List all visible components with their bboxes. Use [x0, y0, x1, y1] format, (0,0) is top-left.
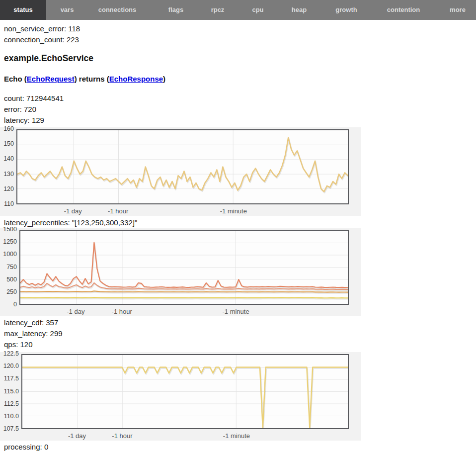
metric-max-latency: max_latency299	[4, 328, 476, 339]
y-tick-label: 120	[3, 185, 14, 192]
metric-value: 720	[24, 105, 36, 113]
echo-response-link[interactable]: EchoResponse	[109, 75, 163, 83]
plot-area	[19, 230, 349, 305]
y-axis: 110120130140150160	[0, 127, 16, 206]
y-tick-label: 122.5	[3, 350, 19, 357]
metric-processing: processing0	[4, 442, 476, 453]
metric-connection-count: connection_count223	[4, 34, 476, 45]
metric-value: 0	[44, 443, 48, 451]
metric-label: latency	[4, 116, 32, 124]
metric-value: 129	[32, 116, 44, 124]
x-axis: -1 day-1 hour-1 minute	[21, 432, 349, 440]
x-tick-label: -1 hour	[108, 207, 128, 215]
metric-label: processing	[4, 443, 44, 451]
method-suffix: )	[163, 75, 165, 83]
y-tick-label: 120.0	[3, 363, 19, 369]
tab-more[interactable]: more	[450, 0, 466, 20]
y-tick-label: 112.5	[4, 400, 19, 407]
y-tick-label: 500	[6, 276, 17, 283]
latency-trend-chart: 110120130140150160 -1 day-1 hour-1 minut…	[0, 127, 361, 216]
y-tick-label: 110.0	[4, 413, 19, 420]
y-tick-label: 150	[3, 140, 14, 147]
metric-value: 712944541	[26, 94, 64, 102]
x-tick-label: -1 day	[64, 207, 82, 215]
y-tick-label: 115.0	[4, 388, 19, 395]
plot-area	[21, 354, 349, 429]
y-axis: 0250500750100012501500	[0, 228, 19, 307]
x-tick-label: -1 minute	[223, 432, 250, 440]
metric-label: qps	[4, 340, 20, 349]
metric-label: count	[4, 94, 26, 102]
qps-chart: 107.5110.0112.5115.0117.5120.0122.5 -1 d…	[0, 352, 361, 441]
latency-percentiles-chart: 0250500750100012501500 -1 day-1 hour-1 m…	[0, 228, 361, 316]
metric-value: 120	[20, 340, 33, 349]
y-tick-label: 107.5	[3, 425, 19, 432]
x-axis: -1 day-1 hour-1 minute	[16, 207, 349, 215]
metric-latency-cdf: latency_cdf357	[4, 317, 476, 328]
x-tick-label: -1 hour	[112, 432, 132, 440]
tab-heap[interactable]: heap	[292, 0, 307, 20]
y-tick-label: 140	[3, 155, 14, 162]
metric-label: non_service_error	[4, 24, 68, 33]
metric-value: 118	[68, 24, 80, 33]
tab-connections[interactable]: connections	[98, 0, 137, 20]
metric-label: error	[4, 105, 24, 113]
tab-status[interactable]: status	[0, 0, 46, 20]
method-prefix: Echo (	[4, 75, 27, 83]
top-nav-bar: statusvarsconnectionsflagsrpczcpuheapgro…	[0, 0, 476, 20]
tab-rpcz[interactable]: rpcz	[211, 0, 225, 20]
metric-latency-percentiles: latency_percentiles"[123,250,300,332]"	[4, 218, 476, 228]
y-tick-label: 750	[6, 264, 17, 271]
metric-count: count712944541	[4, 93, 476, 104]
metric-error: error720	[4, 104, 476, 115]
y-tick-label: 0	[13, 301, 17, 308]
metric-qps: qps120	[4, 339, 476, 350]
metric-value: 357	[46, 318, 58, 327]
y-tick-label: 110	[4, 200, 14, 207]
metric-value: 223	[67, 35, 79, 44]
plot-area	[16, 129, 349, 204]
method-metrics: count712944541 error720 latency129	[0, 93, 476, 126]
status-page: statusvarsconnectionsflagsrpczcpuheapgro…	[0, 0, 476, 455]
metric-label: connection_count	[4, 35, 67, 44]
global-metrics: non_service_error118 connection_count223	[0, 23, 476, 45]
y-tick-label: 130	[3, 171, 14, 178]
metric-value: "[123,250,300,332]"	[72, 218, 138, 227]
y-tick-label: 160	[3, 125, 14, 132]
echo-request-link[interactable]: EchoRequest	[27, 75, 75, 83]
x-axis: -1 day-1 hour-1 minute	[19, 308, 349, 316]
x-tick-label: -1 day	[67, 308, 84, 315]
metric-latency: latency129	[4, 115, 476, 126]
y-axis: 107.5110.0112.5115.0117.5120.0122.5	[0, 352, 21, 431]
x-tick-label: -1 minute	[220, 207, 247, 215]
y-tick-label: 117.5	[4, 375, 19, 382]
metric-label: latency_cdf	[4, 318, 46, 327]
service-title: example.EchoService	[4, 53, 476, 64]
y-tick-label: 1250	[3, 238, 17, 245]
tab-contention[interactable]: contention	[387, 0, 420, 20]
x-tick-label: -1 day	[68, 432, 86, 440]
bottom-metrics: processing0	[0, 442, 476, 453]
tab-growth[interactable]: growth	[335, 0, 357, 20]
metric-non-service-error: non_service_error118	[4, 23, 476, 34]
method-signature: Echo (EchoRequest) returns (EchoResponse…	[4, 74, 476, 85]
metric-label: max_latency	[4, 329, 50, 338]
x-tick-label: -1 hour	[112, 308, 132, 315]
metric-value: 299	[50, 329, 63, 338]
tab-flags[interactable]: flags	[168, 0, 183, 20]
method-mid: ) returns (	[75, 75, 109, 83]
mid-metrics: latency_cdf357 max_latency299 qps120	[0, 317, 476, 350]
tab-cpu[interactable]: cpu	[252, 0, 263, 20]
x-tick-label: -1 minute	[222, 308, 249, 315]
y-tick-label: 250	[6, 288, 17, 295]
tab-vars[interactable]: vars	[61, 0, 74, 20]
y-tick-label: 1500	[3, 226, 17, 233]
y-tick-label: 1000	[3, 251, 17, 258]
